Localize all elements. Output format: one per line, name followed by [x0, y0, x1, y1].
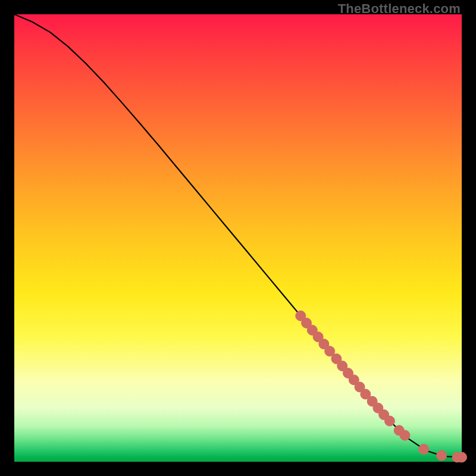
data-marker	[457, 452, 467, 462]
plot-area	[14, 14, 462, 462]
data-marker	[419, 444, 429, 454]
chart-frame: TheBottleneck.com	[0, 0, 476, 476]
marker-group	[296, 311, 467, 462]
data-marker	[437, 450, 447, 461]
data-marker	[400, 430, 410, 440]
bottleneck-curve	[14, 14, 462, 457]
data-marker	[384, 416, 394, 426]
chart-svg	[14, 14, 462, 462]
